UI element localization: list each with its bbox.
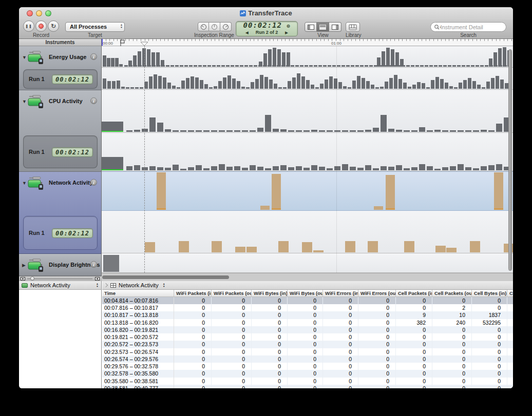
value-cell: 0: [396, 363, 432, 370]
cpu-activity-track[interactable]: [102, 90, 513, 133]
chart-bar: [117, 81, 120, 89]
column-header[interactable]: Cell Bytes (in): [472, 290, 507, 296]
cpu-run-panel[interactable]: Run 1 00:02:12: [23, 135, 98, 168]
column-header[interactable]: Cell Packets (in): [396, 290, 432, 296]
display-brightness-track[interactable]: [102, 253, 513, 273]
column-header[interactable]: WiFi Bytes (out): [288, 290, 323, 296]
table-row[interactable]: 00:04.814 – 00:07.816000000000: [102, 297, 513, 304]
zoom-slider-track[interactable]: [27, 279, 92, 279]
detail-breadcrumb-bar[interactable]: Network Activity ▲▼: [102, 281, 513, 290]
network-run-panel[interactable]: Run 1 00:02:12: [23, 216, 98, 250]
chart-bar: [443, 65, 447, 67]
info-button[interactable]: i: [90, 261, 97, 268]
table-row[interactable]: 00:07.816 – 00:10.817000000020: [102, 304, 513, 311]
info-button[interactable]: i: [90, 97, 97, 104]
value-cell: 0: [174, 333, 212, 341]
network-activity-run1-track[interactable]: [102, 211, 513, 253]
view-left-pane-button[interactable]: [305, 22, 317, 32]
chart-bar: [503, 47, 506, 67]
chart-bar: [135, 87, 139, 89]
table-row[interactable]: 00:26.574 – 00:29.576000000000: [102, 355, 513, 363]
disclosure-triangle-icon[interactable]: ▼: [22, 99, 27, 104]
next-run-button[interactable]: ▶: [278, 31, 295, 34]
value-cell: 0: [212, 363, 252, 370]
target-popup[interactable]: All Processes ▲▼: [65, 22, 125, 32]
loop-button[interactable]: ↻: [48, 21, 59, 32]
time-cell: 00:13.818 – 00:16.820: [102, 319, 174, 326]
disclosure-triangle-icon[interactable]: ▶: [22, 263, 26, 268]
table-row[interactable]: 00:16.820 – 00:19.821000000000: [102, 326, 513, 333]
energy-instrument-icon: [27, 49, 46, 67]
table-row[interactable]: 00:35.580 – 00:38.581000000000: [102, 378, 513, 385]
disclosure-triangle-icon[interactable]: ▼: [22, 55, 27, 60]
previous-run-button[interactable]: ◀: [238, 31, 255, 34]
column-header[interactable]: WiFi Errors (in): [323, 290, 358, 296]
instrument-section-energy[interactable]: ▼ Energy Usage i Run 1 00:02:12: [19, 46, 101, 90]
view-bottom-pane-button[interactable]: [317, 22, 329, 32]
column-header[interactable]: C: [507, 290, 513, 296]
chart-bar: [149, 76, 153, 89]
horizontal-scrollbar[interactable]: [102, 275, 229, 279]
search-input[interactable]: [441, 24, 503, 30]
search-field[interactable]: [430, 22, 506, 32]
table-row[interactable]: 00:20.572 – 00:23.573000000000: [102, 341, 513, 348]
value-cell: 0: [288, 326, 323, 333]
energy-usage-track[interactable]: [102, 46, 513, 68]
energy-usage-run1-track[interactable]: [102, 68, 513, 90]
vertical-scrollbar[interactable]: [508, 49, 512, 271]
value-cell: [507, 348, 513, 355]
instrument-section-network[interactable]: ▼ Network Activity i Run 1 00:02:12: [19, 172, 101, 254]
column-header[interactable]: WiFi Packets (in): [174, 290, 212, 296]
chart-bar: [323, 65, 327, 67]
title-bar[interactable]: TransferTrace: [19, 7, 513, 19]
table-row[interactable]: 00:23.573 – 00:26.574000000000: [102, 348, 513, 355]
info-button[interactable]: i: [90, 53, 97, 60]
recording-flag-icon[interactable]: [120, 39, 125, 46]
network-activity-track-selected[interactable]: [102, 171, 513, 211]
detail-selector[interactable]: Network Activity ▲▼: [19, 281, 101, 290]
table-row[interactable]: 00:38.581 – 00:40.777000000000: [102, 385, 513, 388]
cpu-instrument-icon: [27, 93, 46, 111]
column-header[interactable]: WiFi Packets (out): [212, 290, 252, 296]
value-cell: 0: [358, 341, 396, 348]
energy-run-panel[interactable]: Run 1 00:02:12: [23, 69, 98, 89]
info-button[interactable]: i: [90, 179, 97, 186]
chart-bar: [473, 168, 479, 170]
table-row[interactable]: 00:19.821 – 00:20.572000000000: [102, 333, 513, 341]
value-cell: 0: [288, 370, 323, 377]
instrument-section-cpu[interactable]: ▼ CPU Activity i Run 1 00:02:12: [19, 90, 101, 172]
column-header[interactable]: WiFi Errors (out): [358, 290, 396, 296]
inspection-range-end-button[interactable]: [220, 22, 232, 31]
inspection-head-marker[interactable]: [140, 42, 148, 46]
value-cell: 0: [252, 378, 288, 385]
table-row[interactable]: 00:13.818 – 00:16.820000000382240532295: [102, 319, 513, 326]
pane-jog-icon: [104, 283, 108, 287]
inspection-range-clear-button[interactable]: [209, 22, 220, 31]
detail-table-area: Network Activity ▲▼ TimeWiFi Packets (in…: [102, 281, 513, 388]
disclosure-triangle-icon[interactable]: ▼: [22, 181, 27, 186]
chart-bar: [115, 58, 119, 67]
column-header[interactable]: WiFi Bytes (in): [252, 290, 288, 296]
column-header[interactable]: Time: [102, 290, 174, 296]
timeline-ruler[interactable]: 00:00 01:00: [102, 39, 513, 46]
chart-bar: [365, 130, 371, 132]
zoom-slider-knob[interactable]: [30, 276, 34, 281]
column-header[interactable]: Cell Packets (out): [432, 290, 472, 296]
instrument-section-display-brightness[interactable]: ▶ Display Brightness i: [19, 254, 101, 276]
value-cell: [507, 319, 513, 326]
chart-bar: [371, 85, 374, 89]
table-row[interactable]: 00:10.817 – 00:13.8180000009101837: [102, 311, 513, 319]
cpu-activity-run1-track[interactable]: [102, 133, 513, 171]
playhead-line[interactable]: [144, 46, 145, 273]
pause-button[interactable]: ❚❚: [23, 21, 34, 32]
value-cell: 0: [358, 378, 396, 385]
time-cell: 00:19.821 – 00:20.572: [102, 333, 174, 341]
value-cell: 0: [396, 304, 432, 311]
table-row[interactable]: 00:32.578 – 00:35.580000000000: [102, 370, 513, 377]
table-row[interactable]: 00:29.576 – 00:32.578000000000: [102, 363, 513, 370]
record-button[interactable]: [35, 21, 47, 32]
library-button[interactable]: [346, 22, 360, 32]
view-right-pane-button[interactable]: [329, 22, 341, 32]
inspection-range-start-button[interactable]: [198, 22, 209, 31]
time-cell: 00:10.817 – 00:13.818: [102, 311, 174, 319]
